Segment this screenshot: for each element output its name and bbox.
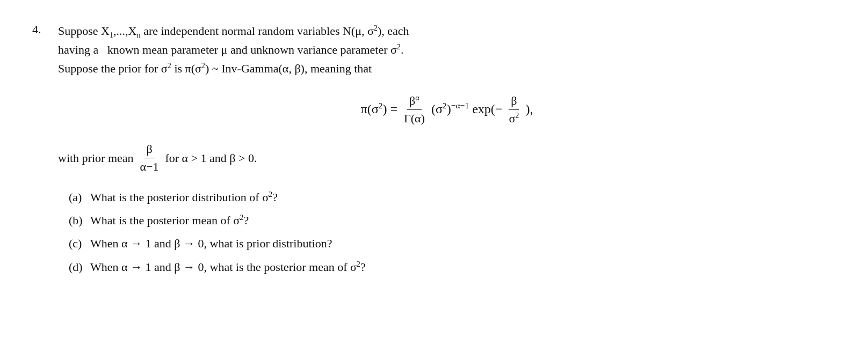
sup-2b: 2 (397, 42, 401, 51)
fraction-denominator-gamma: Γ(α) (402, 110, 427, 127)
prior-mean-denominator: α−1 (138, 158, 161, 175)
sub-label-d: (d) (69, 258, 86, 276)
sup-2a: 2 (374, 24, 378, 32)
sup-2j: 2 (357, 259, 360, 268)
frac2-numerator: β (509, 93, 519, 111)
fraction-numerator-beta: βα (407, 93, 422, 111)
sub-question-a: (a) What is the posterior distribution o… (58, 188, 836, 207)
sub-text-c: When α → 1 and β → 0, what is prior dist… (90, 234, 332, 253)
sup-2i: 2 (240, 213, 243, 222)
page-content: 4. Suppose X1,...,Xn are independent nor… (32, 21, 836, 276)
sub-question-d: (d) When α → 1 and β → 0, what is the po… (58, 258, 836, 276)
subscript-n: n (137, 31, 141, 39)
sub-label-b: (b) (69, 211, 86, 230)
sub-label-a: (a) (69, 188, 86, 207)
sup-2g: 2 (515, 111, 519, 120)
sub-text-b: What is the posterior mean of σ2? (90, 211, 249, 230)
problem-block: 4. Suppose X1,...,Xn are independent nor… (32, 21, 836, 276)
sub-question-c: (c) When α → 1 and β → 0, what is prior … (58, 234, 836, 253)
sub-label-c: (c) (69, 234, 86, 253)
prior-mean-prefix: with prior mean (58, 149, 134, 167)
sup-2c: 2 (168, 61, 171, 70)
prior-mean-numerator: β (144, 142, 154, 159)
intro-paragraph: Suppose X1,...,Xn are independent normal… (58, 21, 836, 78)
sup-alpha: α (415, 93, 419, 101)
prior-mean-line: with prior mean β α−1 for α > 1 and β > … (58, 142, 836, 175)
formula-block: π(σ2) = βα Γ(α) (σ2)−α−1 exp(− β σ2 ), (58, 93, 836, 127)
frac2-denominator: σ2 (507, 110, 521, 127)
subscript-1: 1 (110, 31, 113, 39)
sup-2f: 2 (443, 100, 447, 109)
fraction-beta-alpha: βα Γ(α) (402, 93, 427, 127)
sup-2d: 2 (201, 61, 205, 70)
sub-text-a: What is the posterior distribution of σ2… (90, 188, 278, 207)
sub-question-b: (b) What is the posterior mean of σ2? (58, 211, 836, 230)
problem-text: Suppose X1,...,Xn are independent normal… (58, 21, 836, 276)
sup-2h: 2 (269, 190, 272, 199)
sup-2e: 2 (379, 100, 383, 109)
sub-questions: (a) What is the posterior distribution o… (58, 188, 836, 276)
fraction-beta-sigma: β σ2 (507, 93, 521, 127)
sup-neg-alpha-1: −α−1 (451, 100, 469, 109)
sub-text-d: When α → 1 and β → 0, what is the poster… (90, 258, 366, 276)
fraction-prior-mean: β α−1 (138, 142, 161, 175)
problem-number: 4. (32, 21, 58, 36)
prior-mean-suffix: for α > 1 and β > 0. (165, 149, 257, 167)
